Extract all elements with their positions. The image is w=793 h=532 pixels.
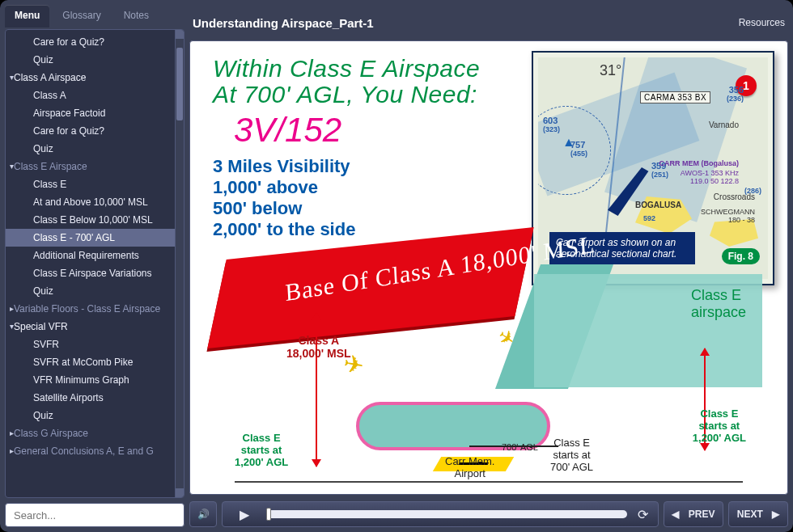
menu-item-label: Class A — [33, 90, 66, 101]
airspace-diagram: Class E airspace Base Of Class A 18,000'… — [210, 243, 767, 483]
menu-item-label: Satellite Airports — [33, 392, 104, 403]
menu-item[interactable]: Class A — [6, 87, 184, 104]
menu-item[interactable]: Class E - 700' AGL — [6, 229, 184, 247]
volume-button[interactable]: 🔊 — [189, 501, 217, 527]
menu-section[interactable]: Variable Floors - Class E Airspace — [6, 300, 184, 318]
menu-item-label: Quiz — [33, 54, 53, 65]
sidebar-tabs: Menu Glossary Notes — [5, 5, 184, 27]
menu-item[interactable]: Class E — [6, 175, 184, 193]
play-icon: ▶ — [240, 507, 249, 522]
resources-link[interactable]: Resources — [739, 17, 785, 28]
menu-item-label: Care for a Quiz? — [33, 125, 104, 137]
tab-glossary[interactable]: Glossary — [53, 5, 110, 27]
vor-icon: ▲ — [562, 135, 575, 150]
chevron-left-icon: ◀ — [672, 509, 679, 520]
menu-list: Care for a Quiz?QuizClass A AirspaceClas… — [6, 30, 184, 463]
menu-item-label: Quiz — [33, 285, 53, 297]
search-input[interactable] — [5, 503, 184, 527]
seek-container: ▶ ⟳ — [222, 501, 659, 527]
menu-item-label: Class E Airspace — [14, 161, 87, 172]
menu-item-label: Class G Airspace — [14, 428, 88, 439]
menu-item-label: Class E Airspace Variations — [33, 268, 152, 279]
menu-item[interactable]: Quiz — [6, 140, 184, 158]
tab-notes[interactable]: Notes — [114, 5, 159, 27]
sidebar: Menu Glossary Notes Care for a Quiz?Quiz… — [5, 5, 184, 527]
menu-item-label: Class E Below 10,000' MSL — [33, 214, 153, 226]
caret-down-icon — [7, 322, 15, 331]
menu-item[interactable]: At and Above 10,000' MSL — [6, 193, 184, 211]
menu-item-label: Class E - 700' AGL — [33, 232, 115, 243]
menu-section[interactable]: Class E Airspace — [6, 158, 184, 175]
tab-menu[interactable]: Menu — [5, 5, 49, 27]
menu-item-label: Class A Airspace — [14, 72, 86, 83]
play-button[interactable]: ▶ — [231, 507, 258, 522]
menu-section[interactable]: Class G Airspace — [6, 424, 184, 442]
headline-code: 3V/152 — [234, 111, 341, 150]
menu-item-label: Airspace Factoid — [33, 108, 105, 119]
next-button[interactable]: NEXT ▶ — [728, 501, 788, 527]
menu-item-label: At and Above 10,000' MSL — [33, 196, 148, 208]
replay-button[interactable]: ⟳ — [635, 507, 650, 521]
menu-item-label: Class E — [33, 179, 66, 190]
caret-right-icon — [7, 429, 15, 437]
headline: Within Class E Airspace At 700' AGL, You… — [213, 56, 480, 107]
callout-arrow-icon — [608, 167, 664, 216]
menu-section[interactable]: Class A Airspace — [6, 69, 184, 87]
search-bar — [5, 503, 184, 527]
menu-item[interactable]: VFR Minimums Graph — [6, 371, 184, 389]
menu-item[interactable]: Quiz — [6, 407, 184, 424]
menu-item-label: Quiz — [33, 410, 53, 421]
menu-item[interactable]: Care for a Quiz? — [6, 33, 184, 51]
replay-icon: ⟳ — [638, 507, 648, 522]
menu-item-label: VFR Minimums Graph — [33, 374, 129, 386]
menu-item-label: Additional Requirements — [33, 250, 139, 261]
menu-section[interactable]: General Conclusions A, E and G — [6, 442, 184, 460]
chevron-right-icon: ▶ — [772, 509, 779, 520]
menu-section[interactable]: Special VFR — [6, 318, 184, 336]
menu-item[interactable]: SVFR — [6, 336, 184, 353]
menu-item-label: Quiz — [33, 143, 53, 154]
caret-right-icon — [7, 446, 15, 455]
titlebar: Understanding Airspace_Part-1 Resources — [189, 5, 788, 40]
chart-degree: 31° — [600, 62, 621, 79]
menu-item[interactable]: Quiz — [6, 51, 184, 69]
menu-item-label: Variable Floors - Class E Airspace — [14, 303, 160, 315]
menu-item[interactable]: SVFR at McComb Pike — [6, 353, 184, 371]
menu-item[interactable]: Quiz — [6, 282, 184, 300]
menu-item[interactable]: Class E Airspace Variations — [6, 264, 184, 282]
caret-right-icon — [7, 304, 15, 313]
chart-carma-box: CARMA 353 BX — [640, 91, 710, 103]
menu-item-label: Special VFR — [14, 321, 68, 332]
volume-icon: 🔊 — [197, 509, 210, 520]
menu-item-label: General Conclusions A, E and G — [14, 445, 154, 457]
seek-thumb[interactable] — [266, 508, 271, 521]
scrollbar[interactable] — [175, 30, 184, 497]
menu-panel: Care for a Quiz?QuizClass A AirspaceClas… — [5, 29, 184, 498]
caret-down-icon — [7, 162, 15, 171]
caret-down-icon — [7, 73, 15, 82]
scrollbar-thumb[interactable] — [176, 48, 183, 120]
prev-button[interactable]: ◀ PREV — [664, 501, 723, 527]
menu-item[interactable]: Care for a Quiz? — [6, 122, 184, 140]
player-bar: 🔊 ▶ ⟳ ◀ PREV NEXT ▶ — [189, 501, 788, 527]
menu-item[interactable]: Additional Requirements — [6, 247, 184, 264]
menu-item[interactable]: Satellite Airports — [6, 389, 184, 407]
menu-item[interactable]: Airspace Factoid — [6, 104, 184, 122]
slide: Within Class E Airspace At 700' AGL, You… — [189, 40, 788, 495]
app-window: Menu Glossary Notes Care for a Quiz?Quiz… — [0, 0, 793, 532]
page-title: Understanding Airspace_Part-1 — [193, 16, 374, 30]
seek-bar[interactable] — [266, 510, 627, 518]
menu-item[interactable]: Class E Below 10,000' MSL — [6, 211, 184, 229]
main: Understanding Airspace_Part-1 Resources … — [189, 5, 788, 527]
menu-item-label: SVFR at McComb Pike — [33, 357, 133, 368]
menu-item-label: SVFR — [33, 339, 59, 350]
requirements: 3 Miles Visibility 1,000' above 500' bel… — [213, 156, 355, 240]
menu-item-label: Care for a Quiz? — [33, 36, 104, 48]
